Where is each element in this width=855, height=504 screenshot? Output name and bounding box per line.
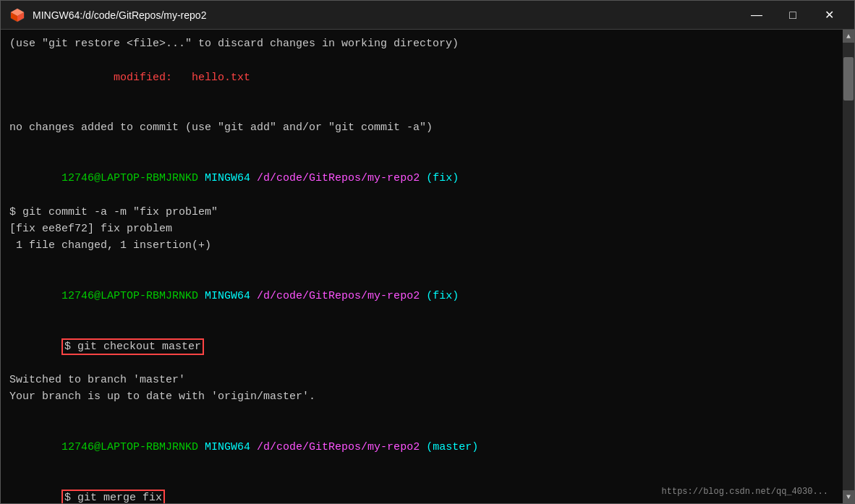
terminal-line: no changes added to commit (use "git add… [9, 119, 834, 136]
highlighted-command-2: $ git merge fix [61, 490, 165, 503]
minimize-button[interactable]: — [740, 4, 773, 27]
scroll-up-arrow[interactable]: ▲ [843, 30, 854, 43]
empty-line [9, 254, 834, 270]
maximize-button[interactable]: □ [776, 4, 809, 27]
terminal-line: Switched to branch 'master' [9, 372, 834, 388]
prompt-line: 12746@LAPTOP-RBMJRNKD MINGW64 /d/code/Gi… [9, 153, 834, 204]
highlighted-command: $ git checkout master [61, 338, 204, 355]
scrollbar[interactable]: ▲ ▼ [843, 30, 854, 503]
empty-line [9, 103, 834, 119]
terminal-line: Your branch is up to date with 'origin/m… [9, 388, 834, 405]
terminal-output[interactable]: (use "git restore <file>..." to discard … [1, 30, 843, 503]
prompt-line: 12746@LAPTOP-RBMJRNKD MINGW64 /d/code/Gi… [9, 271, 834, 322]
terminal-line: modified: hello.txt [9, 52, 834, 103]
terminal-line: $ git commit -a -m "fix problem" [9, 204, 834, 221]
scroll-track[interactable] [843, 43, 854, 490]
terminal-window: MINGW64:/d/code/GitRepos/my-repo2 — □ ✕ … [0, 0, 855, 504]
terminal-line: [fix ee8ef72] fix problem [9, 221, 834, 237]
scroll-down-arrow[interactable]: ▼ [843, 490, 854, 503]
close-button[interactable]: ✕ [812, 4, 846, 27]
app-icon [9, 7, 25, 23]
content-area: (use "git restore <file>..." to discard … [1, 30, 854, 503]
terminal-line: (use "git restore <file>..." to discard … [9, 35, 834, 52]
empty-line [9, 406, 834, 422]
scroll-thumb[interactable] [843, 57, 854, 101]
terminal-line: 1 file changed, 1 insertion(+) [9, 237, 834, 254]
title-bar: MINGW64:/d/code/GitRepos/my-repo2 — □ ✕ [1, 1, 854, 30]
window-title: MINGW64:/d/code/GitRepos/my-repo2 [33, 9, 740, 21]
window-controls: — □ ✕ [740, 4, 846, 27]
empty-line [9, 137, 834, 153]
prompt-line: 12746@LAPTOP-RBMJRNKD MINGW64 /d/code/Gi… [9, 422, 834, 473]
highlighted-command-line: $ git checkout master [9, 321, 834, 372]
watermark: https://blog.csdn.net/qq_4030... [662, 485, 828, 499]
